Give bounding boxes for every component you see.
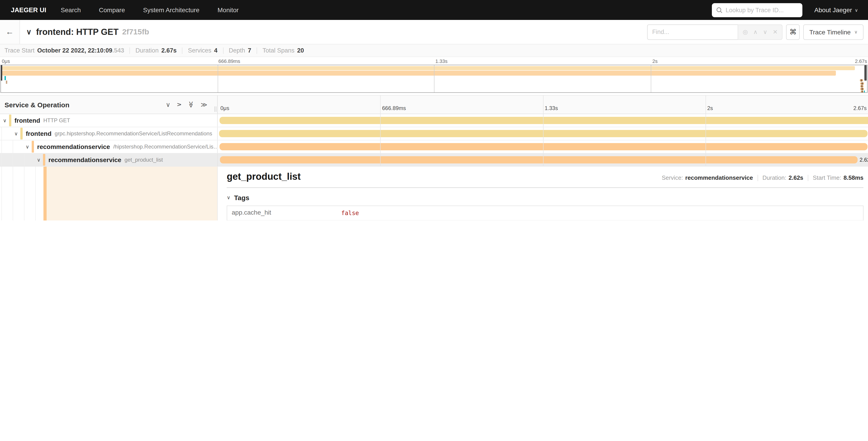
chevron-down-icon[interactable]: ∨ (13, 130, 20, 137)
search-icon (717, 7, 722, 13)
span-bar[interactable] (219, 117, 868, 124)
nav-item-search[interactable]: Search (52, 6, 90, 13)
trace-depth: Depth7 (229, 47, 251, 54)
span-detail-panel: get_product_list Service:recommendations… (218, 167, 868, 220)
minimap-canvas[interactable] (0, 65, 868, 93)
clear-find-icon[interactable]: ✕ (773, 29, 778, 35)
trace-title: frontend: HTTP GET (36, 27, 119, 37)
minimap-span-mark (4, 76, 6, 80)
chevron-down-icon[interactable]: ∨ (1, 117, 8, 123)
nav-item-compare[interactable]: Compare (90, 6, 134, 13)
tag-row: app.filtered_products.count 8 (227, 220, 863, 220)
span-detail-left-gutter (0, 167, 218, 220)
span-bar[interactable] (220, 156, 858, 164)
minimap-span-mark (6, 81, 7, 84)
minimap-span-mark (860, 82, 864, 85)
minimap-left-handle[interactable] (1, 65, 2, 81)
minimap-span-mark (860, 79, 863, 82)
minimap-span-mark (864, 91, 865, 92)
trace-lookup-input[interactable] (726, 6, 798, 13)
jaeger-trace-page: JAEGER UI Search Compare System Architec… (0, 0, 868, 220)
keyboard-shortcuts-button[interactable]: ⌘ (786, 24, 800, 40)
span-row-get-product-list-selected[interactable]: ∨ recommendationservice get_product_list… (0, 153, 868, 167)
collapse-trace-chevron-icon[interactable]: ∨ (26, 28, 31, 36)
trace-total-spans: Total Spans20 (262, 47, 304, 54)
collapse-one-icon[interactable]: ∨ (166, 101, 170, 108)
span-detail-info: Service:recommendationservice Duration:2… (662, 174, 864, 181)
find-group: ◎ ∧ ∨ ✕ (647, 24, 783, 40)
span-detail-region: get_product_list Service:recommendations… (0, 167, 868, 220)
minimap-span-bar (2, 70, 836, 76)
span-row-frontend-listrecommendations[interactable]: ∨ frontend grpc.hipstershop.Recommendati… (0, 127, 868, 140)
selected-span-tint (46, 167, 217, 220)
find-controls: ◎ ∧ ∨ ✕ (738, 24, 783, 40)
back-button[interactable]: ← (0, 20, 20, 44)
trace-header: ← ∨ frontend: HTTP GET 2f715fb ◎ ∧ ∨ ✕ ⌘… (0, 20, 868, 45)
minimap-span-mark (860, 85, 864, 87)
expand-all-icon[interactable]: ≫ (201, 101, 207, 108)
selected-span-color-band (43, 167, 46, 220)
service-color-bar (43, 154, 45, 166)
trace-minimap: 0μs 666.89ms 1.33s 2s 2.67s (0, 57, 868, 93)
tags-table: app.cache_hit false app.filtered_product… (227, 206, 864, 220)
span-duration-label: 2.62s (860, 157, 868, 163)
minimap-span-mark (861, 91, 864, 93)
chevron-down-icon: ∨ (854, 29, 858, 34)
chevron-down-icon: ∨ (855, 7, 858, 12)
timeline-header: Service & Operation ∨ ∨ ≫ ≫ 0μs 666.89ms… (0, 95, 868, 114)
span-bar[interactable] (219, 143, 868, 150)
span-row-frontend-httpget[interactable]: ∨ frontend HTTP GET (0, 114, 868, 127)
trace-start: Trace StartOctober 22 2022, 22:10:09.543 (4, 47, 124, 54)
find-input[interactable] (647, 24, 738, 40)
chevron-down-icon: ∨ (227, 195, 230, 201)
nav-item-monitor[interactable]: Monitor (208, 6, 248, 13)
brand-logo[interactable]: JAEGER UI (5, 6, 52, 13)
span-detail-title: get_product_list (227, 171, 301, 182)
minimap-ruler: 0μs 666.89ms 1.33s 2s 2.67s (0, 58, 868, 65)
timeline-ruler: 0μs 666.89ms 1.33s 2s 2.67s (218, 95, 868, 114)
minimap-right-handle[interactable] (864, 65, 867, 81)
minimap-span-bar (2, 66, 855, 70)
tag-row: app.cache_hit false (227, 206, 863, 220)
trace-meta-bar: Trace StartOctober 22 2022, 22:10:09.543… (0, 45, 868, 57)
span-row-recommendationservice-list[interactable]: ∨ recommendationservice /hipstershop.Rec… (0, 140, 868, 153)
top-nav: JAEGER UI Search Compare System Architec… (0, 0, 868, 20)
trace-view-selector[interactable]: Trace Timeline ∨ (804, 24, 864, 40)
locate-icon[interactable]: ◎ (743, 29, 748, 35)
prev-match-icon[interactable]: ∧ (753, 29, 757, 35)
next-match-icon[interactable]: ∨ (763, 29, 767, 35)
service-color-bar (9, 115, 11, 126)
minimap-span-mark (860, 88, 864, 90)
tags-accordion-toggle[interactable]: ∨ Tags (227, 194, 864, 202)
nav-item-system-architecture[interactable]: System Architecture (134, 6, 208, 13)
span-rows-top: ∨ frontend HTTP GET ∨ frontend grpc.hips… (0, 114, 868, 167)
column-resize-handle[interactable] (215, 107, 216, 112)
service-operation-header: Service & Operation ∨ ∨ ≫ ≫ (0, 95, 218, 114)
trace-id-short: 2f715fb (122, 27, 149, 36)
service-color-bar (32, 141, 34, 153)
collapse-all-icon[interactable]: ≫ (187, 101, 195, 108)
trace-duration: Duration2.67s (135, 47, 177, 54)
chevron-down-icon[interactable]: ∨ (24, 144, 31, 150)
trace-services: Services4 (188, 47, 218, 54)
trace-lookup-box[interactable] (712, 3, 803, 17)
chevron-down-icon[interactable]: ∨ (35, 157, 42, 163)
about-jaeger-menu[interactable]: About Jaeger ∨ (814, 6, 863, 13)
expand-one-icon[interactable]: ∨ (175, 102, 183, 107)
service-color-bar (20, 128, 23, 140)
